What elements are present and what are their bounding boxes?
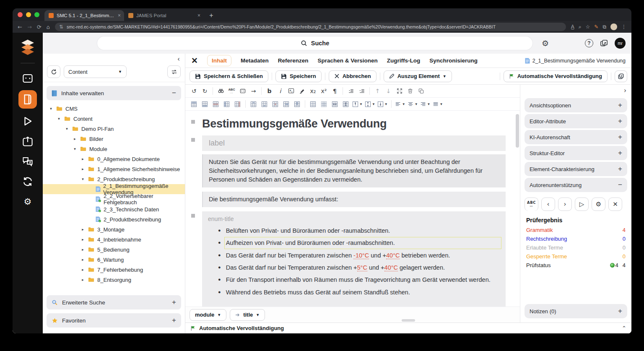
browser-profile-avatar[interactable] <box>610 23 617 30</box>
expand-section-icon[interactable]: + <box>618 165 622 173</box>
tree-node-1-allgemeine-sicherheitshinweise[interactable]: ▸ 1_Allgemeine Sicherheitshinweise <box>43 164 185 174</box>
subscript-button[interactable]: x₂ <box>308 86 318 96</box>
tree-node-2-3-technische-daten[interactable]: 2_3_Technische Daten <box>43 204 185 214</box>
table-grid-button[interactable] <box>308 99 318 109</box>
tree-expander-icon[interactable]: ▾ <box>65 127 69 131</box>
accordion-ansichtsoptionen[interactable]: Ansichtsoptionen + <box>525 98 627 112</box>
tab-synchronisierung[interactable]: Synchronisierung <box>429 57 478 64</box>
site-settings-icon[interactable]: ⇅ <box>59 24 63 30</box>
enumeration-block[interactable]: enum-title ● Belüften von Privat- und Bü… <box>202 211 506 307</box>
valign-top-button[interactable]: ▼ <box>351 99 364 109</box>
intro-paragraph[interactable]: Nutzen Sie das Gerät nur für die bestimm… <box>202 154 506 187</box>
enum-title-placeholder[interactable]: enum-title <box>208 216 500 222</box>
rail-sync-icon[interactable] <box>18 173 37 190</box>
tree-expander-icon[interactable]: ▸ <box>80 167 85 171</box>
tree-node-cms[interactable]: ▾ CMS <box>43 104 185 114</box>
speichern-schlie-en-button[interactable]: Speichern & Schließen <box>190 70 268 82</box>
manage-content-section[interactable]: Inhalte verwalten − <box>47 86 181 100</box>
bullet-content[interactable]: Das Gerät darf nur bei Temperaturen zwis… <box>226 251 500 260</box>
table-insert-column-button[interactable] <box>221 99 232 109</box>
speichern-button[interactable]: Speichern <box>275 70 322 82</box>
tree-node-bilder[interactable]: ▸ Bilder <box>43 134 185 144</box>
tab-referenzen[interactable]: Referenzen <box>278 57 309 64</box>
tree-node-4-inbetriebnahme[interactable]: ▸ 4_Inbetriebnahme <box>43 234 185 244</box>
tree-node-5-bedienung[interactable]: ▸ 5_Bedienung <box>43 244 185 255</box>
accordion-ki-autorenschaft[interactable]: KI-Autorenschaft + <box>525 130 627 144</box>
tree-node-module[interactable]: ▾ Module <box>43 144 185 154</box>
collapse-section-icon[interactable]: − <box>172 89 176 97</box>
cell-merge-button[interactable] <box>292 99 302 109</box>
bullet-item[interactable]: ● Aufheizen von Privat- und Büroräumen o… <box>218 239 500 247</box>
global-search-input[interactable]: Suche <box>97 36 532 50</box>
label-placeholder[interactable]: label <box>202 135 506 151</box>
translate-icon[interactable]: A̲ <box>571 24 574 30</box>
rail-translation-icon[interactable] <box>18 153 37 170</box>
tree-expander-icon[interactable]: ▸ <box>80 227 85 231</box>
reload-icon[interactable]: ⟳ <box>37 24 42 30</box>
tree-node-2-produktbeschreibung[interactable]: 2_Produktbeschreibung <box>43 214 185 224</box>
close-check-icon[interactable]: ✕ <box>608 198 622 211</box>
align-justify-button[interactable]: ▼ <box>432 99 444 109</box>
open-windows-icon[interactable] <box>600 39 608 47</box>
tree-node-content[interactable]: ▾ Content <box>43 114 185 124</box>
collapse-panel-icon[interactable]: ‹ <box>177 55 180 63</box>
back-icon[interactable]: ← <box>18 24 22 30</box>
check-settings-icon[interactable]: ⚙ <box>592 198 605 211</box>
rail-play-icon[interactable] <box>18 113 37 130</box>
close-tab-icon[interactable]: × <box>118 13 121 18</box>
tree-expander-icon[interactable]: ▾ <box>73 147 77 151</box>
bullet-item[interactable]: ● Das Gerät darf nur bei Temperaturen zw… <box>218 263 500 272</box>
bold-button[interactable]: b <box>264 86 275 96</box>
expand-section-icon[interactable]: + <box>172 298 176 307</box>
auszug-element-button[interactable]: Auszug Element▼ <box>384 70 452 82</box>
delete-button[interactable] <box>405 86 415 96</box>
close-window-button[interactable] <box>18 12 23 17</box>
bullet-item[interactable]: ● Während des Betriebs muss das Gerät au… <box>218 288 500 296</box>
selected-bullet-content[interactable]: Aufheizen von Privat- und Büroräumen ode… <box>226 239 500 247</box>
check-row-grammatik[interactable]: Grammatik4 <box>526 227 626 233</box>
accordion-struktur-editor[interactable]: Struktur-Editor + <box>525 146 627 160</box>
distribute-columns-button[interactable] <box>330 99 340 109</box>
rail-dashboard-icon[interactable] <box>18 70 37 87</box>
zoom-icon[interactable]: ⌕ <box>579 24 582 30</box>
tree-node-0-allgemeine-dokumente[interactable]: ▸ 0_Allgemeine Dokumente <box>43 154 185 164</box>
tree-source-select[interactable]: Content ▼ <box>64 65 127 78</box>
close-tab-icon[interactable]: × <box>197 13 200 18</box>
tab-zugriffs-log[interactable]: Zugriffs-Log <box>387 57 420 64</box>
tab-metadaten[interactable]: Metadaten <box>241 57 269 64</box>
cell-split-button[interactable] <box>281 99 291 109</box>
rail-settings-icon[interactable]: ⚙ <box>18 193 37 210</box>
favorites-section[interactable]: Favoriten + <box>47 313 181 328</box>
tree-expander-icon[interactable]: ▸ <box>73 137 77 141</box>
panel-resize-handle[interactable] <box>402 319 415 322</box>
table-insert-row-above-button[interactable] <box>189 99 199 109</box>
tree-expander-icon[interactable]: ▾ <box>49 107 53 111</box>
element-handle[interactable] <box>191 138 195 142</box>
tree-node-6-wartung[interactable]: ▸ 6_Wartung <box>43 255 185 265</box>
help-icon[interactable]: ? <box>585 39 593 47</box>
check-row-gesperrte-terme[interactable]: Gesperrte Terme0 <box>526 253 626 260</box>
check-row-erlaubte-terme[interactable]: Erlaubte Terme0 <box>526 244 626 251</box>
italic-button[interactable]: i <box>275 86 286 96</box>
bullet-content[interactable]: Das Gerät darf nur bei Temperaturen zwis… <box>226 263 500 272</box>
zoom-window-button[interactable] <box>34 12 39 17</box>
chevron-up-icon[interactable]: ⌃ <box>622 325 626 331</box>
tree-expander-icon[interactable]: ▸ <box>80 268 85 272</box>
autocomplete-bottom-bar[interactable]: Automatische Vervollständigung ⌃ <box>185 322 631 333</box>
breadcrumb-title-button[interactable]: title ▼ <box>230 309 265 321</box>
kebab-menu-icon[interactable]: ⋮ <box>621 24 626 30</box>
expand-section-icon[interactable]: + <box>618 133 622 141</box>
table-borders-button[interactable] <box>319 99 329 109</box>
document-canvas[interactable]: Bestimmungsgemäße Verwendung label Nutze… <box>185 111 520 307</box>
minimize-window-button[interactable] <box>26 12 31 17</box>
highlighter-button[interactable] <box>297 86 307 96</box>
tab-sprachen-versionen[interactable]: Sprachen & Versionen <box>317 57 377 64</box>
notes-section[interactable]: Notizen (0) + <box>525 304 627 318</box>
translate-az-button[interactable]: Az <box>286 86 296 96</box>
move-up-button[interactable]: ↑ <box>372 86 383 96</box>
tree-expander-icon[interactable]: ▸ <box>80 278 85 282</box>
tree-node-2-2-vorhersehbarer-fehlgebrauch[interactable]: 2_2_Vorhersehbarer Fehlgebrauch <box>43 194 185 204</box>
user-avatar[interactable]: mr <box>615 38 626 49</box>
spellcheck-icon[interactable]: ABC⋯ <box>525 198 538 211</box>
tree-node-8-entsorgung[interactable]: ▸ 8_Entsorgung <box>43 275 185 285</box>
